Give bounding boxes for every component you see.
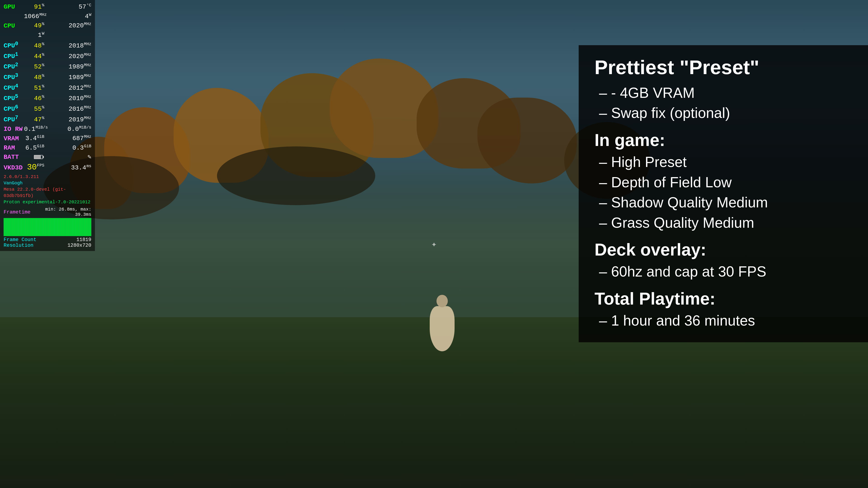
cpu-usage-val: 49% <box>24 22 44 30</box>
fps-row: VKD3D 30FPS 33.4ms <box>4 162 91 173</box>
cpu7-clock: 2019MHz <box>64 116 91 124</box>
fps-val: 30FPS <box>24 162 44 173</box>
cpu-core-4: CPU4 51% 2012MHz <box>4 83 91 92</box>
cpu7-usage: 47% <box>24 116 44 124</box>
frame-count-val: 11819 <box>76 237 91 242</box>
ram-used: 6.5GiB <box>24 144 44 152</box>
gpu-power: 4W <box>64 12 91 21</box>
resolution-label: Resolution <box>4 242 33 248</box>
cpu-clock: 2020MHz <box>64 22 91 30</box>
info-item-swap: – Swap fix (optional) <box>599 103 852 123</box>
ram-other: 0.3GiB <box>64 144 91 152</box>
io-label: IO RW <box>4 125 24 133</box>
cpu5-usage: 46% <box>24 94 44 103</box>
gpu-clock-val: 1066MHz <box>24 12 47 21</box>
version-line4: Proton experimental-7.0-20221012 <box>4 199 91 205</box>
cpu6-label: CPU6 <box>4 104 24 113</box>
cpu4-label: CPU4 <box>4 83 24 92</box>
vram-label: VRAM <box>4 135 24 143</box>
cpu-power: 1W <box>24 31 44 39</box>
io-row: IO RW 0.1MiB/s 0.0MiB/s <box>4 125 91 133</box>
gpu-row: GPU 91% 57°C <box>4 3 91 11</box>
version-line1: 2.6.0/1.3.211 <box>4 174 91 180</box>
char-head <box>436 295 448 307</box>
version-line2: VanGogh <box>4 180 91 186</box>
info-item-playtime: – 1 hour and 36 minutes <box>599 311 852 331</box>
frametime-wave <box>4 218 91 236</box>
cpu-label: CPU <box>4 22 24 30</box>
info-item-vram: – - 4GB VRAM <box>599 83 852 103</box>
cpu6-clock: 2016MHz <box>64 105 91 113</box>
ram-row: RAM 6.5GiB 0.3GiB <box>4 144 91 152</box>
cpu-core-6: CPU6 55% 2016MHz <box>4 104 91 113</box>
info-item-high-preset: – High Preset <box>599 152 852 172</box>
section-ingame: In game: <box>594 130 852 150</box>
player-character <box>429 293 456 351</box>
frame-count-label: Frame Count <box>4 237 36 242</box>
version-line3: Mesa 22.2.0-devel (git-03db7b91fb) <box>4 186 91 199</box>
info-item-fps-cap: – 60hz and cap at 30 FPS <box>599 262 852 282</box>
battery-icon <box>34 155 43 159</box>
frametime-label: Frametime <box>4 209 31 215</box>
ram-label: RAM <box>4 144 24 152</box>
info-panel-title: Prettiest "Preset" <box>594 57 852 78</box>
cpu-core-5: CPU5 46% 2010MHz <box>4 93 91 103</box>
cpu-core-1: CPU1 44% 2020MHz <box>4 51 91 61</box>
char-cloak <box>430 306 455 351</box>
vkd3d-label: VKD3D <box>4 164 24 172</box>
gpu-usage-val: 91% <box>24 3 44 11</box>
cpu1-clock: 2020MHz <box>64 52 91 61</box>
info-item-dof: – Depth of Field Low <box>599 172 852 193</box>
tree-mass-bg-2 <box>217 147 375 205</box>
section-playtime: Total Playtime: <box>594 289 852 308</box>
resolution-row: Resolution 1280x720 <box>4 242 91 248</box>
hud-overlay: GPU 91% 57°C 1066MHz 4W CPU 49% 2020MHz … <box>0 0 95 251</box>
vram-row: VRAM 3.4GiB 687MHz <box>4 134 91 143</box>
vram-clock: 687MHz <box>64 134 91 143</box>
info-item-shadow: – Shadow Quality Medium <box>599 193 852 213</box>
cpu3-usage: 48% <box>24 73 44 82</box>
info-item-grass: – Grass Quality Medium <box>599 213 852 233</box>
cpu2-clock: 1989MHz <box>64 63 91 71</box>
crosshair: ✦ <box>431 238 437 250</box>
cpu-core-0: CPU0 48% 2018MHz <box>4 40 91 50</box>
cpu4-clock: 2012MHz <box>64 84 91 92</box>
cpu-core-2: CPU2 52% 1989MHz <box>4 61 91 71</box>
vram-used: 3.4GiB <box>24 134 44 143</box>
info-panel: Prettiest "Preset" – - 4GB VRAM – Swap f… <box>579 45 868 342</box>
cpu3-clock: 1989MHz <box>64 73 91 82</box>
cpu5-clock: 2010MHz <box>64 94 91 103</box>
batt-row: BATT ✎ <box>4 153 91 161</box>
gpu-clock-row: 1066MHz 4W <box>4 12 91 21</box>
section-deck: Deck overlay: <box>594 240 852 259</box>
io-read: 0.1MiB/s <box>24 125 48 133</box>
resolution-val: 1280x720 <box>67 242 91 248</box>
cpu1-label: CPU1 <box>4 51 24 61</box>
cpu4-usage: 51% <box>24 84 44 92</box>
frame-count-row: Frame Count 11819 <box>4 237 91 242</box>
gpu-temp: 57°C <box>64 3 91 11</box>
cpu-core-7: CPU7 47% 2019MHz <box>4 114 91 124</box>
ms-val: 33.4ms <box>64 164 91 172</box>
batt-label: BATT <box>4 153 24 161</box>
batt-cursor: ✎ <box>64 153 91 161</box>
cpu2-usage: 52% <box>24 63 44 71</box>
cpu6-usage: 55% <box>24 105 44 113</box>
gpu-label: GPU <box>4 3 24 11</box>
cpu1-usage: 44% <box>24 52 44 61</box>
version-info: 2.6.0/1.3.211 VanGogh Mesa 22.2.0-devel … <box>4 174 91 205</box>
frametime-stats: min: 26.8ms, max: 39.3ms <box>31 207 91 217</box>
cpu5-label: CPU5 <box>4 93 24 103</box>
io-write: 0.0MiB/s <box>64 125 91 133</box>
frametime-graph <box>4 218 91 236</box>
cpu2-label: CPU2 <box>4 61 24 71</box>
cpu-main-row: CPU 49% 2020MHz <box>4 22 91 30</box>
cpu0-usage: 48% <box>24 41 44 50</box>
cpu-power-row: 1W <box>4 31 91 39</box>
batt-icon-area <box>24 153 44 161</box>
cpu0-clock: 2018MHz <box>64 41 91 50</box>
cpu7-label: CPU7 <box>4 114 24 124</box>
cpu3-label: CPU3 <box>4 72 24 82</box>
cpu0-label: CPU0 <box>4 40 24 50</box>
cpu-core-3: CPU3 48% 1989MHz <box>4 72 91 82</box>
